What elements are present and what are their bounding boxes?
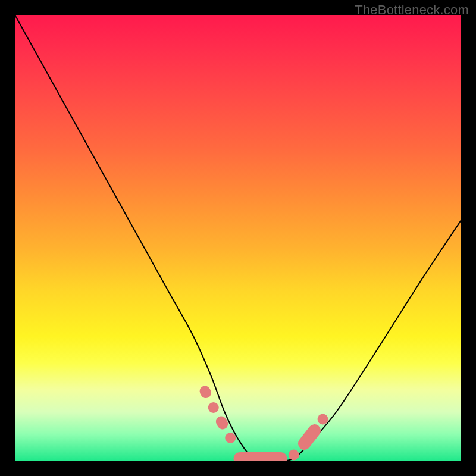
bottleneck-curve-svg [15, 15, 461, 461]
curve-marker-dot [318, 414, 328, 425]
curve-markers [198, 384, 328, 461]
curve-marker-dot [289, 450, 299, 461]
curve-marker-dot [208, 402, 219, 413]
curve-marker-pill [234, 452, 287, 461]
curve-marker-dot [225, 433, 236, 443]
chart-plot-area [15, 15, 461, 461]
curve-marker-pill [296, 422, 324, 452]
bottleneck-curve [15, 15, 461, 461]
curve-marker-pill [198, 384, 213, 400]
curve-marker-pill [214, 414, 230, 431]
